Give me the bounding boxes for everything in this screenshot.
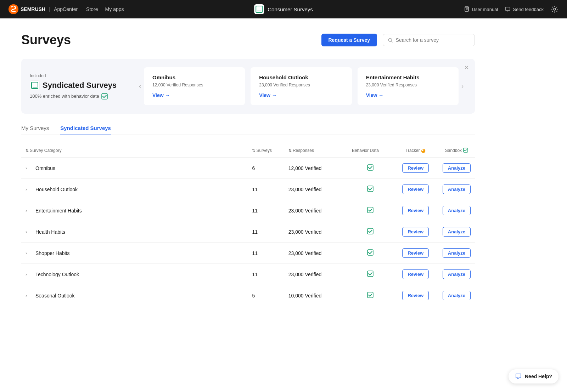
analyze-button-4[interactable]: Analyze (443, 248, 471, 258)
table-row: › Omnibus 6 12,000 Verified Review Analy (21, 158, 475, 179)
behavior-check-icon-5 (367, 270, 374, 277)
row-name-cell-3: › Health Habits (21, 221, 248, 243)
review-button-1[interactable]: Review (402, 184, 429, 194)
row-responses-5: 23,000 Verified (284, 264, 348, 285)
row-category-6: Seasonal Outlook (35, 293, 75, 299)
request-survey-button[interactable]: Request a Survey (321, 34, 377, 46)
review-button-0[interactable]: Review (402, 163, 429, 173)
banner-prev-button[interactable]: ‹ (136, 83, 144, 90)
table-row: › Shopper Habits 11 23,000 Verified Revi… (21, 243, 475, 264)
send-feedback-link[interactable]: Send feedback (505, 6, 544, 12)
semrush-logo[interactable]: SEMRUSH | AppCenter (9, 4, 78, 14)
row-name-cell-4: › Shopper Habits (21, 243, 248, 264)
review-button-4[interactable]: Review (402, 248, 429, 258)
store-link[interactable]: Store (86, 6, 98, 12)
row-tracker-6: Review (393, 285, 438, 306)
row-tracker-5: Review (393, 264, 438, 285)
row-sandbox-5: Analyze (438, 264, 475, 285)
banner-card-responses-2: 23,000 Verified Responses (366, 83, 450, 87)
banner-subtitle: 100% enriched with behavior data (30, 93, 128, 100)
expand-icon-1[interactable]: › (26, 187, 31, 192)
row-tracker-2: Review (393, 200, 438, 221)
review-button-3[interactable]: Review (402, 227, 429, 237)
review-button-2[interactable]: Review (402, 206, 429, 215)
tabs: My Surveys Syndicated Surveys (21, 125, 475, 135)
table-row: › Household Outlook 11 23,000 Verified R… (21, 179, 475, 200)
row-behavior-2 (348, 200, 393, 221)
banner-card-responses-0: 12,000 Verified Responses (152, 83, 236, 87)
banner-card-view-2[interactable]: View → (366, 92, 450, 98)
row-sandbox-4: Analyze (438, 243, 475, 264)
expand-icon-4[interactable]: › (26, 250, 31, 256)
analyze-button-3[interactable]: Analyze (443, 227, 471, 237)
col-header-responses[interactable]: Responses (284, 144, 348, 158)
row-behavior-0 (348, 158, 393, 179)
appcenter-label: AppCenter (54, 6, 78, 12)
expand-icon-2[interactable]: › (26, 208, 31, 213)
settings-icon[interactable] (551, 5, 558, 13)
user-manual-label: User manual (472, 7, 498, 12)
tab-my-surveys[interactable]: My Surveys (21, 125, 49, 135)
user-manual-link[interactable]: User manual (464, 6, 498, 12)
row-category-3: Health Habits (35, 229, 65, 235)
behavior-check-icon-1 (367, 185, 374, 192)
behavior-check-icon-3 (367, 228, 374, 235)
brand-divider: | (49, 6, 50, 12)
expand-icon-0[interactable]: › (26, 165, 31, 171)
page-title: Surveys (21, 33, 71, 47)
col-header-surveys[interactable]: Surveys (248, 144, 284, 158)
review-button-5[interactable]: Review (402, 269, 429, 279)
analyze-button-6[interactable]: Analyze (443, 291, 471, 300)
banner-card-view-1[interactable]: View → (259, 92, 343, 98)
analyze-button-2[interactable]: Analyze (443, 206, 471, 215)
row-surveys-4: 11 (248, 243, 284, 264)
col-header-sandbox: Sandbox (438, 144, 475, 158)
myapps-link[interactable]: My apps (105, 6, 124, 12)
analyze-button-0[interactable]: Analyze (443, 163, 471, 173)
row-surveys-1: 11 (248, 179, 284, 200)
row-name-cell-0: › Omnibus (21, 158, 248, 179)
banner-title: Syndicated Surveys (30, 80, 128, 90)
behavior-check-icon-4 (367, 249, 374, 256)
banner-card-0: Omnibus 12,000 Verified Responses View → (144, 67, 245, 105)
banner-app-icon (30, 80, 40, 90)
row-category-4: Shopper Habits (35, 250, 70, 256)
topnav: SEMRUSH | AppCenter Store My apps Consum… (0, 0, 567, 18)
row-sandbox-1: Analyze (438, 179, 475, 200)
row-name-cell-1: › Household Outlook (21, 179, 248, 200)
banner-card-1: Household Outlook 23,000 Verified Respon… (251, 67, 352, 105)
table-row: › Entertainment Habits 11 23,000 Verifie… (21, 200, 475, 221)
survey-table: Survey Category Surveys Responses Behavi… (21, 144, 475, 306)
analyze-button-5[interactable]: Analyze (443, 269, 471, 279)
row-category-1: Household Outlook (35, 187, 78, 192)
tab-syndicated-surveys[interactable]: Syndicated Surveys (60, 125, 111, 135)
banner-next-button[interactable]: › (459, 83, 466, 90)
review-button-6[interactable]: Review (402, 291, 429, 300)
banner-card-view-0[interactable]: View → (152, 92, 236, 98)
topnav-right: User manual Send feedback (464, 5, 558, 13)
expand-icon-6[interactable]: › (26, 293, 31, 298)
behavior-check-icon-6 (367, 291, 374, 299)
col-header-category[interactable]: Survey Category (21, 144, 248, 158)
feedback-icon (505, 6, 511, 12)
banner-close-button[interactable]: ✕ (464, 64, 469, 72)
topnav-links: Store My apps (86, 6, 124, 12)
table-row: › Health Habits 11 23,000 Verified Revie… (21, 221, 475, 243)
banner-card-title-2: Entertainment Habits (366, 74, 450, 80)
row-surveys-2: 11 (248, 200, 284, 221)
analyze-button-1[interactable]: Analyze (443, 184, 471, 194)
topnav-center: Consumer Surveys (254, 4, 313, 14)
row-behavior-3 (348, 221, 393, 243)
col-header-behavior: Behavior Data (348, 144, 393, 158)
sandbox-check-icon (463, 148, 468, 154)
row-sandbox-6: Analyze (438, 285, 475, 306)
row-responses-0: 12,000 Verified (284, 158, 348, 179)
page-header: Surveys Request a Survey (21, 33, 475, 47)
row-responses-6: 10,000 Verified (284, 285, 348, 306)
search-input[interactable] (396, 37, 470, 43)
row-behavior-1 (348, 179, 393, 200)
expand-icon-3[interactable]: › (26, 229, 31, 234)
page-header-right: Request a Survey (321, 34, 475, 46)
book-icon (464, 6, 470, 12)
expand-icon-5[interactable]: › (26, 272, 31, 277)
